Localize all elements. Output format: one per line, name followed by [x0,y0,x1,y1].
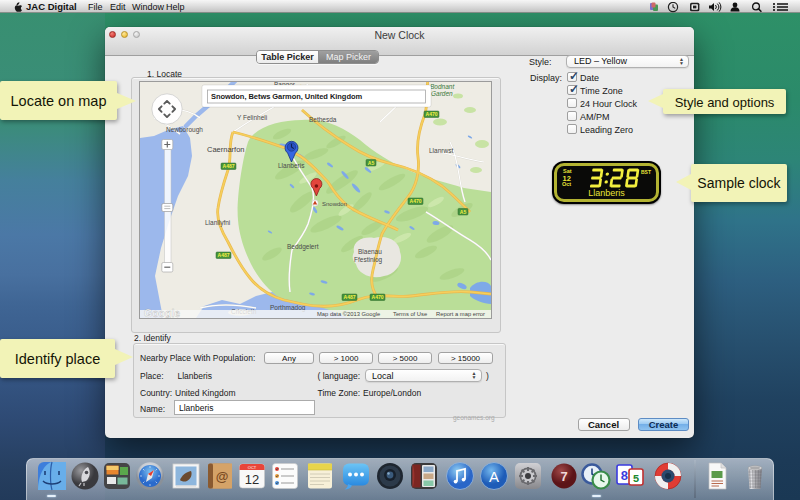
svg-text:Bodnant: Bodnant [430,83,455,90]
svg-text:Llanberis: Llanberis [278,162,305,169]
svg-text:Snowdon: Snowdon [322,201,347,207]
svg-text:Map data ©2013 Google: Map data ©2013 Google [317,311,380,317]
svg-text:Beddgelert: Beddgelert [287,243,319,251]
svg-text:A5: A5 [368,160,375,166]
svg-text:Caernarfon: Caernarfon [207,145,245,154]
svg-text:Ffestiniog: Ffestiniog [354,256,383,264]
svg-text:Garden: Garden [431,90,453,97]
svg-text:Y Felinheli: Y Felinheli [237,114,267,121]
svg-text:A: A [489,468,499,485]
svg-text:@: @ [216,469,229,484]
svg-text:A5: A5 [460,209,467,215]
svg-text:7: 7 [560,469,567,484]
svg-text:Llanllyfni: Llanllyfni [205,219,230,227]
svg-text:OCT: OCT [248,465,257,470]
svg-text:Bethesda: Bethesda [309,116,337,123]
svg-text:Llanrwst: Llanrwst [429,147,453,154]
svg-text:Google: Google [144,307,180,319]
svg-text:A487: A487 [344,294,356,300]
svg-text:12: 12 [245,472,259,487]
svg-text:Terms of Use: Terms of Use [393,311,427,317]
svg-text:Blaenau: Blaenau [358,248,382,255]
svg-text:A470: A470 [410,198,422,204]
svg-text:A470: A470 [372,294,384,300]
svg-text:A470: A470 [426,111,438,117]
svg-text:A487: A487 [223,163,235,169]
svg-text:5: 5 [633,473,640,485]
svg-text:8: 8 [621,469,629,484]
svg-text:Report a map error: Report a map error [436,311,485,317]
svg-text:Newborough: Newborough [166,126,203,134]
svg-text:A487: A487 [218,252,230,258]
svg-text:Snowdon, Betws Garmon, United: Snowdon, Betws Garmon, United Kingdom [211,92,362,101]
